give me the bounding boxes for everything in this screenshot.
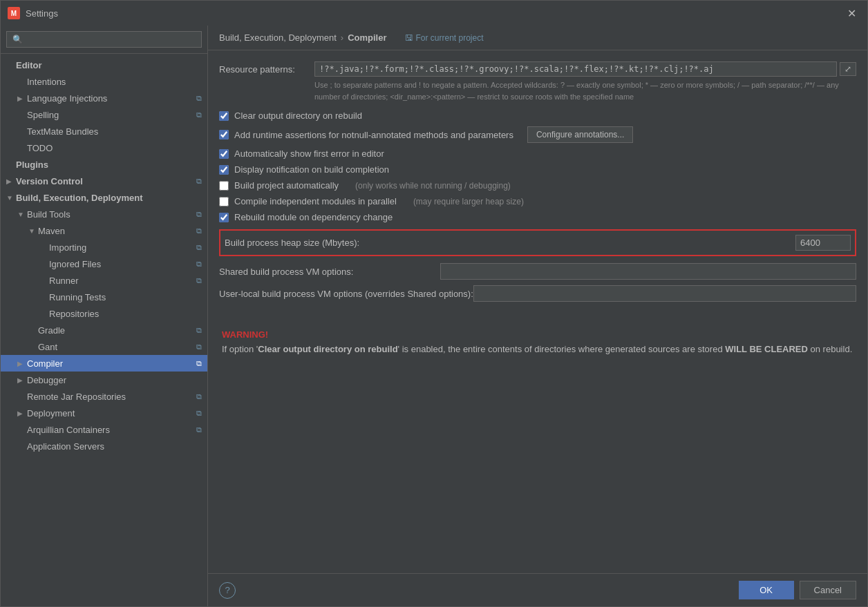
note-build-auto: (only works while not running / debuggin… bbox=[355, 181, 511, 191]
sidebar-item-version-control[interactable]: ▶Version Control⧉ bbox=[1, 173, 207, 189]
search-input[interactable] bbox=[6, 31, 202, 48]
sidebar-label-remote-jar-repos: Remote Jar Repositories bbox=[27, 392, 194, 402]
warning-section: WARNING! If option 'Clear output directo… bbox=[219, 329, 856, 356]
sidebar-label-debugger: Debugger bbox=[27, 375, 202, 385]
sidebar-item-intentions[interactable]: Intentions bbox=[1, 73, 207, 90]
copy-icon-maven: ⧉ bbox=[196, 227, 202, 235]
sidebar-item-repositories[interactable]: Repositories bbox=[1, 305, 207, 322]
checkbox-add-runtime[interactable] bbox=[219, 130, 229, 139]
sidebar-label-importing: Importing bbox=[49, 242, 194, 253]
copy-icon-spelling: ⧉ bbox=[196, 110, 202, 119]
resource-patterns-label: Resource patterns: bbox=[219, 64, 309, 75]
checkbox-rebuild-on-dep[interactable] bbox=[219, 213, 229, 222]
expand-button[interactable]: ⤢ bbox=[840, 62, 856, 76]
sidebar-item-runner[interactable]: Runner⧉ bbox=[1, 272, 207, 289]
copy-icon-gradle: ⧉ bbox=[196, 326, 202, 335]
sidebar-label-spelling: Spelling bbox=[27, 110, 194, 120]
note-compile-parallel: (may require larger heap size) bbox=[413, 197, 524, 206]
heap-size-input[interactable] bbox=[795, 235, 851, 251]
sidebar-item-running-tests[interactable]: Running Tests bbox=[1, 289, 207, 305]
sidebar-label-gant: Gant bbox=[38, 342, 194, 352]
sidebar-label-intentions: Intentions bbox=[27, 77, 202, 87]
sidebar-item-todo[interactable]: TODO bbox=[1, 139, 207, 156]
sidebar-tree: EditorIntentions▶Language Injections⧉Spe… bbox=[1, 54, 207, 606]
sidebar-item-editor[interactable]: Editor bbox=[1, 57, 207, 73]
shared-vm-input[interactable] bbox=[440, 263, 856, 280]
sidebar-item-arquillian-containers[interactable]: Arquillian Containers⧉ bbox=[1, 421, 207, 438]
user-vm-row: User-local build process VM options (ove… bbox=[219, 285, 856, 302]
close-button[interactable]: ✕ bbox=[843, 6, 860, 21]
warning-text: If option 'Clear output directory on reb… bbox=[222, 343, 853, 356]
checkbox-label-rebuild-on-dep: Rebuild module on dependency change bbox=[234, 212, 393, 222]
sidebar-label-build-exec-deploy: Build, Execution, Deployment bbox=[16, 193, 202, 203]
tree-arrow-language-injections: ▶ bbox=[17, 95, 27, 102]
sidebar-label-running-tests: Running Tests bbox=[49, 292, 202, 302]
checkbox-label-display-notification: Display notification on build completion bbox=[234, 164, 389, 175]
sidebar-label-plugins: Plugins bbox=[16, 160, 202, 170]
help-button[interactable]: ? bbox=[219, 582, 236, 599]
window-title: Settings bbox=[26, 8, 58, 19]
sidebar-label-gradle: Gradle bbox=[38, 325, 194, 336]
warning-title: WARNING! bbox=[222, 329, 853, 340]
sidebar-item-build-tools[interactable]: ▼Build Tools⧉ bbox=[1, 206, 207, 222]
checkbox-row-rebuild-on-dep: Rebuild module on dependency change bbox=[219, 212, 856, 222]
shared-vm-label: Shared build process VM options: bbox=[219, 267, 440, 277]
checkbox-build-auto[interactable] bbox=[219, 181, 229, 191]
sidebar-item-debugger[interactable]: ▶Debugger bbox=[1, 372, 207, 388]
sidebar-label-maven: Maven bbox=[38, 226, 194, 236]
resource-patterns-input[interactable] bbox=[314, 61, 837, 77]
tree-arrow-compiler: ▶ bbox=[17, 360, 27, 367]
breadcrumb-current: Compiler bbox=[348, 32, 386, 43]
checkbox-label-clear-output: Clear output directory on rebuild bbox=[234, 110, 362, 121]
tree-arrow-build-exec-deploy: ▼ bbox=[6, 194, 16, 202]
resource-patterns-help: Use ; to separate patterns and ! to nega… bbox=[219, 79, 856, 102]
tree-arrow-version-control: ▶ bbox=[6, 177, 16, 185]
breadcrumb-parent: Build, Execution, Deployment bbox=[219, 32, 337, 43]
sidebar-item-deployment[interactable]: ▶Deployment⧉ bbox=[1, 405, 207, 421]
breadcrumb-arrow: › bbox=[341, 32, 343, 43]
cancel-button[interactable]: Cancel bbox=[800, 581, 856, 599]
sidebar-item-application-servers[interactable]: Application Servers bbox=[1, 438, 207, 454]
sidebar-item-plugins[interactable]: Plugins bbox=[1, 156, 207, 173]
checkbox-clear-output[interactable] bbox=[219, 111, 229, 121]
checkbox-row-auto-show-error: Automatically show first error in editor bbox=[219, 148, 856, 159]
copy-icon-version-control: ⧉ bbox=[196, 177, 202, 186]
sidebar-item-build-exec-deploy[interactable]: ▼Build, Execution, Deployment bbox=[1, 189, 207, 206]
sidebar-item-compiler[interactable]: ▶Compiler⧉ bbox=[1, 355, 207, 372]
heap-size-label: Build process heap size (Mbytes): bbox=[225, 238, 795, 248]
sidebar-label-runner: Runner bbox=[49, 276, 194, 286]
for-current-project-label: 🖫 For current project bbox=[405, 33, 484, 43]
sidebar-label-language-injections: Language Injections bbox=[27, 93, 194, 104]
shared-vm-row: Shared build process VM options: bbox=[219, 263, 856, 280]
copy-icon-arquillian-containers: ⧉ bbox=[196, 425, 202, 434]
copy-icon-importing: ⧉ bbox=[196, 243, 202, 252]
sidebar-item-language-injections[interactable]: ▶Language Injections⧉ bbox=[1, 90, 207, 106]
checkbox-compile-parallel[interactable] bbox=[219, 197, 229, 206]
sidebar-item-maven[interactable]: ▼Maven⧉ bbox=[1, 222, 207, 239]
sidebar-item-remote-jar-repos[interactable]: Remote Jar Repositories⧉ bbox=[1, 388, 207, 405]
ok-button[interactable]: OK bbox=[739, 581, 794, 599]
sidebar-item-gant[interactable]: Gant⧉ bbox=[1, 338, 207, 355]
sidebar-label-compiler: Compiler bbox=[27, 358, 194, 369]
sidebar-item-spelling[interactable]: Spelling⧉ bbox=[1, 106, 207, 123]
checkbox-display-notification[interactable] bbox=[219, 165, 229, 175]
checkbox-label-auto-show-error: Automatically show first error in editor bbox=[234, 148, 384, 159]
configure-annotations-button[interactable]: Configure annotations... bbox=[527, 126, 633, 143]
copy-icon-language-injections: ⧉ bbox=[196, 94, 202, 103]
sidebar-item-importing[interactable]: Importing⧉ bbox=[1, 239, 207, 256]
sidebar-item-gradle[interactable]: Gradle⧉ bbox=[1, 322, 207, 338]
sidebar-item-ignored-files[interactable]: Ignored Files⧉ bbox=[1, 256, 207, 272]
checkbox-auto-show-error[interactable] bbox=[219, 149, 229, 159]
tree-arrow-deployment: ▶ bbox=[17, 410, 27, 417]
sidebar-label-application-servers: Application Servers bbox=[27, 441, 202, 452]
checkbox-row-build-auto: Build project automatically(only works w… bbox=[219, 180, 856, 191]
breadcrumb: Build, Execution, Deployment › Compiler … bbox=[208, 26, 867, 50]
copy-icon-ignored-files: ⧉ bbox=[196, 260, 202, 269]
tree-arrow-build-tools: ▼ bbox=[17, 211, 27, 218]
sidebar-item-textmate-bundles[interactable]: TextMate Bundles bbox=[1, 123, 207, 139]
checkbox-label-compile-parallel: Compile independent modules in parallel bbox=[234, 196, 397, 206]
user-vm-input[interactable] bbox=[473, 285, 856, 302]
sidebar-label-todo: TODO bbox=[27, 143, 202, 153]
checkbox-label-build-auto: Build project automatically bbox=[234, 180, 339, 191]
copy-icon-remote-jar-repos: ⧉ bbox=[196, 392, 202, 401]
